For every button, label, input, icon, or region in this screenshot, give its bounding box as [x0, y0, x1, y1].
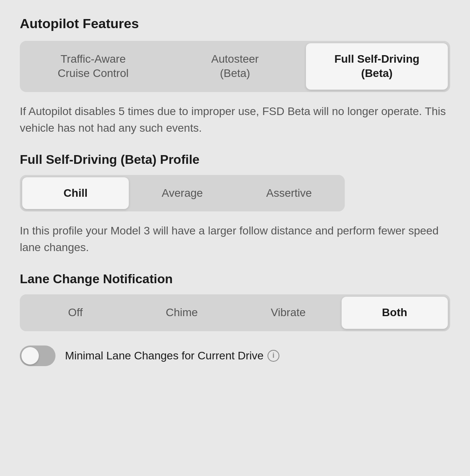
tab-chill[interactable]: Chill: [22, 177, 129, 209]
tab-full-self-driving[interactable]: Full Self-Driving (Beta): [306, 43, 448, 90]
minimal-lane-changes-row: Minimal Lane Changes for Current Drive i: [20, 345, 450, 366]
autopilot-feature-tabs: Traffic-Aware Cruise Control Autosteer (…: [20, 41, 450, 92]
tab-traffic-aware[interactable]: Traffic-Aware Cruise Control: [22, 43, 164, 90]
tab-both[interactable]: Both: [342, 297, 448, 328]
profile-description: In this profile your Model 3 will have a…: [20, 223, 450, 256]
tab-chime[interactable]: Chime: [129, 297, 235, 328]
profile-section-title: Full Self-Driving (Beta) Profile: [20, 152, 450, 167]
notification-tabs: Off Chime Vibrate Both: [20, 294, 450, 331]
tab-off[interactable]: Off: [22, 297, 129, 328]
tab-autosteer[interactable]: Autosteer (Beta): [164, 43, 306, 90]
fsd-description: If Autopilot disables 5 times due to imp…: [20, 103, 450, 136]
profile-tabs: Chill Average Assertive: [20, 175, 345, 211]
info-icon[interactable]: i: [267, 350, 279, 362]
tab-vibrate[interactable]: Vibrate: [235, 297, 342, 328]
notification-section-title: Lane Change Notification: [20, 272, 450, 286]
tab-average[interactable]: Average: [129, 177, 235, 209]
minimal-lane-changes-toggle[interactable]: [20, 345, 55, 366]
tab-assertive[interactable]: Assertive: [236, 177, 342, 209]
section-title: Autopilot Features: [20, 16, 450, 31]
minimal-lane-changes-label: Minimal Lane Changes for Current Drive i: [65, 349, 279, 362]
toggle-knob: [21, 347, 39, 365]
